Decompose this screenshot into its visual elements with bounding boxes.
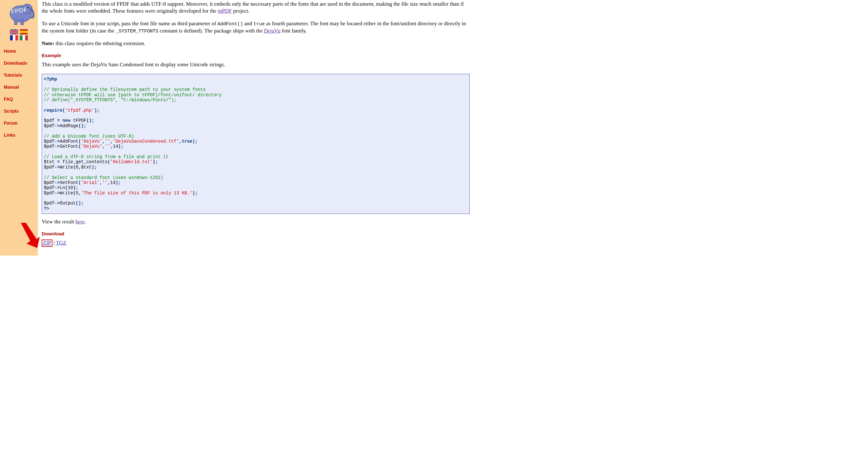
dejavu-link[interactable]: DejaVu (264, 28, 281, 34)
intro-note: Note: this class requires the mbstring e… (42, 40, 470, 47)
svg-rect-3 (21, 20, 23, 25)
nav-links[interactable]: Links (0, 129, 38, 141)
mpdf-link[interactable]: mPDF (218, 8, 232, 14)
nav-forum[interactable]: Forum (0, 117, 38, 129)
code-system-ttfonts: _SYSTEM_TTFONTS (116, 29, 158, 34)
result-line: View the result here. (42, 218, 470, 225)
nav-downloads[interactable]: Downloads (0, 57, 38, 69)
flag-uk-icon[interactable] (10, 29, 18, 34)
svg-rect-2 (14, 20, 17, 25)
tgz-link[interactable]: TGZ (56, 240, 66, 246)
example-desc: This example uses the DejaVu Sans Conden… (42, 61, 470, 68)
nav-faq[interactable]: FAQ (0, 93, 38, 105)
svg-rect-15 (16, 35, 18, 40)
code-true: true (253, 22, 265, 27)
main-content: This class is a modified version of FPDF… (38, 0, 473, 256)
nav-manual[interactable]: Manual (0, 81, 38, 93)
code-addfont: AddFont() (217, 22, 243, 27)
download-heading: Download (42, 231, 470, 236)
flag-it-icon[interactable] (20, 35, 28, 40)
example-heading: Example (42, 53, 470, 58)
flag-fr-icon[interactable] (10, 35, 18, 40)
intro-paragraph-1: This class is a modified version of FPDF… (42, 1, 470, 14)
code-example: <?php // Optionally define the filesyste… (42, 74, 470, 214)
nav-scripts[interactable]: Scripts (0, 105, 38, 117)
svg-rect-10 (10, 32, 18, 32)
svg-rect-17 (20, 35, 23, 40)
zip-highlight-box: ZIP (42, 240, 52, 247)
intro-paragraph-2: To use a Unicode font in your script, pa… (42, 20, 470, 34)
fpdf-logo[interactable]: FPDF (2, 1, 36, 27)
sidebar: FPDF Home Downloads Tutorials Manual FAQ… (0, 0, 38, 256)
flag-es-icon[interactable] (20, 29, 28, 34)
svg-rect-12 (20, 31, 28, 33)
result-here-link[interactable]: here (75, 219, 85, 225)
svg-rect-18 (25, 35, 28, 40)
svg-point-5 (27, 7, 28, 8)
nav-home[interactable]: Home (0, 45, 38, 57)
nav-tutorials[interactable]: Tutorials (0, 69, 38, 81)
zip-link[interactable]: ZIP (43, 240, 51, 246)
language-flags (0, 29, 38, 41)
download-links: ZIP | TGZ (42, 240, 470, 247)
svg-rect-14 (10, 35, 12, 40)
